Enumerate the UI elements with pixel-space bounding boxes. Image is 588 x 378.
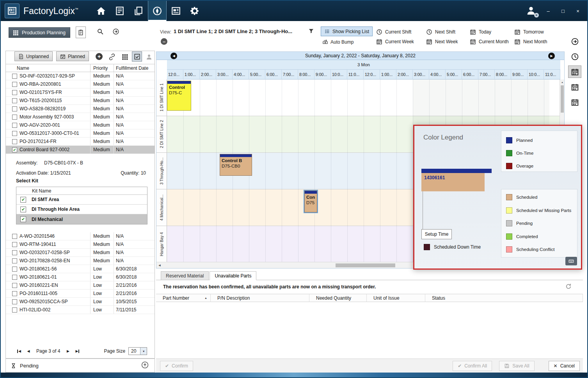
column-header-fulfillment-date[interactable]: Fulfillment Date <box>114 64 155 72</box>
scroll-up-icon[interactable]: ▲ <box>560 79 565 85</box>
nav-button-today[interactable]: Today <box>470 27 514 37</box>
order-checkbox[interactable] <box>12 98 17 103</box>
tab-unavailable-parts[interactable]: Unavailable Parts <box>210 271 256 280</box>
order-row[interactable]: WO-05312017-3000-CT0-01MediumN/A <box>6 129 155 138</box>
nav-button-tomorrow[interactable]: Tomorrow <box>514 27 552 37</box>
scrollbar-thumb[interactable] <box>336 263 395 267</box>
order-checkbox[interactable] <box>12 131 17 136</box>
scroll-left-icon[interactable]: ◀ <box>156 263 163 268</box>
previous-week-button[interactable]: ◀ <box>171 53 177 59</box>
page-size-select[interactable]: 20 ▼ <box>128 347 147 355</box>
nav-scheduler-button[interactable] <box>148 1 167 21</box>
nav-button-current-week[interactable]: Current Week <box>376 37 426 46</box>
nav-settings-button[interactable] <box>185 1 204 21</box>
order-checkbox[interactable] <box>12 258 17 263</box>
gantt-task-block[interactable]: Control BD75-CB0 <box>220 154 252 176</box>
kit-checkbox[interactable]: ✔ <box>20 197 26 203</box>
legend-toggle-button[interactable] <box>565 257 577 265</box>
column-header-status[interactable]: Status <box>425 294 583 302</box>
first-page-button[interactable]: ◀ <box>14 348 24 355</box>
refresh-parts-button[interactable] <box>565 283 572 291</box>
go-to-button[interactable] <box>112 28 119 36</box>
kit-row[interactable]: ✔DI Mechanical <box>16 214 147 224</box>
order-row[interactable]: SO-INF-02032017-929-SPMediumN/A <box>6 72 155 80</box>
column-header-unit-of-issue[interactable]: Unit of Issue <box>367 294 425 302</box>
week-view-button[interactable] <box>568 81 581 93</box>
nav-button-next-month[interactable]: Next Month <box>514 37 552 46</box>
confirm-all-button[interactable]: ✔ Confirm All <box>453 361 492 371</box>
nav-reports-button[interactable] <box>167 1 185 21</box>
order-row[interactable]: WO-RBA-20200801MediumN/A <box>6 80 155 88</box>
planned-tab-button[interactable]: Planned <box>56 51 89 61</box>
view-filter-button[interactable] <box>308 28 314 35</box>
kit-checkbox[interactable]: ✔ <box>20 216 26 222</box>
order-row[interactable]: WO-AS828-08282019MediumN/A <box>6 105 155 113</box>
gantt-task-block[interactable]: ConD75 <box>304 191 317 212</box>
order-row[interactable]: WO-T615-20200115MediumN/A <box>6 97 155 105</box>
order-row[interactable]: WO-20170828-0258-ENMediumN/A <box>6 257 155 265</box>
add-order-button[interactable]: + <box>96 53 103 60</box>
order-checkbox[interactable] <box>12 299 17 304</box>
order-row[interactable]: Motor Assembly 927-0003MediumN/A <box>6 113 155 121</box>
gantt-task-block[interactable]: ControlD75-C <box>167 81 191 111</box>
order-checkbox[interactable] <box>12 123 17 128</box>
order-checkbox[interactable] <box>12 234 17 239</box>
order-checkbox[interactable] <box>12 250 17 255</box>
minimize-button[interactable]: – <box>544 8 552 14</box>
collapse-view-button[interactable]: – <box>161 38 167 45</box>
timeline-view-button[interactable] <box>568 50 581 63</box>
kit-checkbox[interactable]: ✔ <box>20 207 26 212</box>
user-account-button[interactable]: × <box>526 5 537 17</box>
table-view-button[interactable] <box>121 53 128 62</box>
previous-page-button[interactable]: ◀ <box>24 348 33 355</box>
order-row[interactable]: ✔Control Board 927-0002MediumN/A <box>6 146 155 154</box>
column-header-p-n-description[interactable]: P/N Description <box>211 294 309 302</box>
column-header-priority[interactable]: Priority <box>90 64 114 72</box>
order-row[interactable]: HTI-02LID-002Low7/11/2015 <box>6 306 155 314</box>
unplanned-tab-button[interactable]: Unplanned <box>14 51 53 61</box>
multi-select-toggle-button[interactable] <box>132 51 142 62</box>
order-checkbox[interactable] <box>12 139 17 144</box>
order-checkbox[interactable] <box>12 307 17 313</box>
show-picking-list-button[interactable]: Show Picking List <box>321 26 373 36</box>
order-row[interactable]: WO-09252015CCA-SPLow10/5/2015 <box>6 298 155 306</box>
day-view-button[interactable] <box>568 65 581 78</box>
work-order-list-button[interactable] <box>76 26 86 38</box>
maximize-button[interactable]: □ <box>559 8 567 14</box>
production-planning-button[interactable]: Production Planning <box>9 27 70 38</box>
order-checkbox[interactable] <box>12 291 17 296</box>
order-checkbox[interactable]: ✔ <box>12 147 17 152</box>
month-view-button[interactable] <box>568 96 581 108</box>
nav-data-entry-button[interactable] <box>110 1 129 21</box>
save-all-button[interactable]: Save All <box>499 361 534 371</box>
nav-documents-button[interactable] <box>129 1 148 21</box>
nav-button-current-month[interactable]: Current Month <box>470 37 514 46</box>
order-checkbox[interactable] <box>12 106 17 111</box>
order-row[interactable]: PO-20160111-005Low2/21/2016 <box>6 290 155 298</box>
order-row[interactable]: WO-20180621-56Low6/30/2018 <box>6 265 155 273</box>
last-page-button[interactable]: ▶ <box>73 348 82 355</box>
tab-reserved-material[interactable]: Reserved Material <box>161 271 209 280</box>
order-row[interactable]: WO-20160221-ENLow2/21/2016 <box>6 281 155 290</box>
confirm-button[interactable]: ✔ Confirm <box>160 361 193 371</box>
nav-button-next-week[interactable]: Next Week <box>426 37 470 46</box>
nav-home-button[interactable] <box>92 1 110 21</box>
view-value[interactable]: 1 DI SMT Line 1; 2 DI SMT LIne 2; 3 Thro… <box>174 28 292 34</box>
order-checkbox[interactable] <box>12 90 17 95</box>
cancel-button[interactable]: ✕ Cancel <box>549 361 580 371</box>
column-header-needed-quantity[interactable]: Needed Quantity <box>309 294 367 302</box>
scrollbar-thumb[interactable] <box>561 85 564 113</box>
order-checkbox[interactable] <box>12 267 17 272</box>
close-button[interactable]: × <box>574 8 582 14</box>
expand-panel-button[interactable] <box>141 361 149 370</box>
order-row[interactable]: WO-02032017-0258-SPMediumN/A <box>6 249 155 257</box>
link-order-button[interactable] <box>108 53 115 62</box>
auto-bump-button[interactable]: Auto Bump <box>322 39 354 45</box>
column-header-name[interactable]: Name <box>6 64 90 72</box>
assign-user-button[interactable] <box>146 53 153 62</box>
order-row[interactable]: WO-021017SYS-FRMediumN/A <box>6 88 155 97</box>
order-checkbox[interactable] <box>12 74 17 79</box>
kit-row[interactable]: ✔DI Through Hole Area <box>16 205 147 214</box>
next-week-button[interactable]: ▶ <box>548 53 555 59</box>
order-row[interactable]: PO-20170214-FRMediumN/A <box>6 138 155 146</box>
